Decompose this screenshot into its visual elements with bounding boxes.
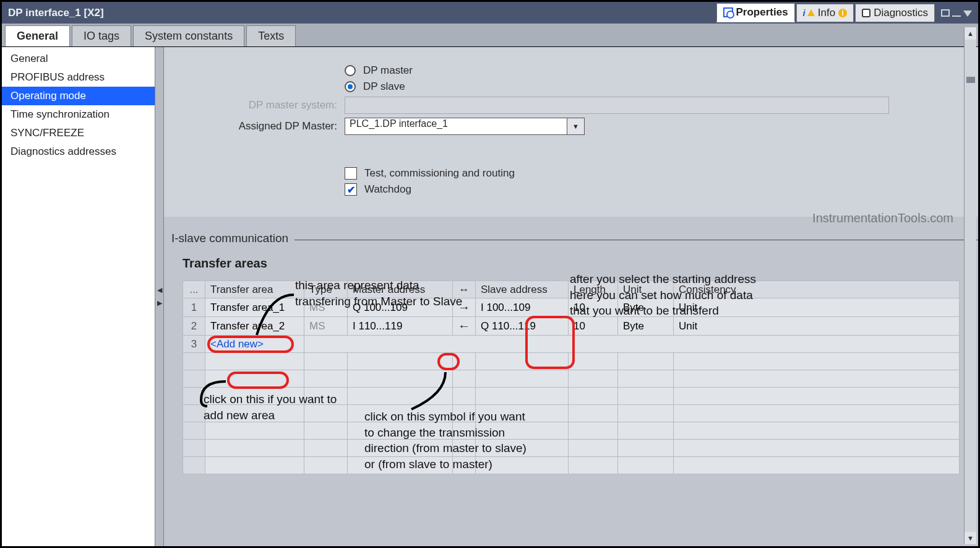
- table-col-slave-address[interactable]: Slave address: [476, 281, 569, 298]
- cell-direction-icon[interactable]: →: [453, 298, 476, 317]
- scrollbar-up-icon[interactable]: ▲: [965, 27, 976, 40]
- tab-general[interactable]: General: [5, 25, 70, 46]
- assigned-dp-master-label: Assigned DP Master:: [189, 120, 337, 133]
- table-col-length[interactable]: Length: [569, 281, 618, 298]
- sidebar-item-general[interactable]: General: [2, 50, 155, 68]
- table-col-ellipsis[interactable]: ...: [183, 281, 205, 298]
- section-islave-label: I-slave communication: [171, 232, 288, 245]
- table-col-type[interactable]: Type: [304, 281, 348, 298]
- table-row-empty: [183, 422, 960, 440]
- dp-master-system-input: [345, 97, 889, 114]
- sidebar-item-operating-mode-label: Operating mode: [11, 90, 86, 102]
- dp-master-system-label: DP master system:: [189, 99, 337, 111]
- cell-length[interactable]: 10: [569, 317, 618, 336]
- table-row[interactable]: 2 Transfer area_2 MS I 110...119 ← Q 110…: [183, 317, 960, 336]
- radio-dp-master[interactable]: [345, 65, 356, 76]
- operating-mode-panel: DP master DP slave DP master system: Ass…: [164, 47, 978, 217]
- cell-length[interactable]: 10: [569, 298, 618, 317]
- table-row-empty: [183, 388, 960, 405]
- window-title: DP interface_1 [X2]: [8, 7, 715, 19]
- tab-texts[interactable]: Texts: [246, 25, 296, 46]
- sidebar-item-diagnostics-addresses[interactable]: Diagnostics addresses: [2, 142, 155, 161]
- radio-dp-master-label: DP master: [363, 64, 413, 77]
- split-handle-right-icon: ▶: [157, 299, 162, 307]
- info-badge-icon: i: [838, 9, 847, 17]
- transfer-areas-heading: Transfer areas: [183, 256, 978, 271]
- cell-slave-address[interactable]: I 100...109: [476, 298, 569, 317]
- window-control-icons: [941, 9, 972, 17]
- cell-add-new[interactable]: <Add new>: [205, 336, 304, 353]
- cell-master-address[interactable]: I 110...119: [348, 317, 453, 336]
- vertical-scrollbar[interactable]: ▲ ▼: [964, 27, 976, 544]
- sidebar-selected-marker-icon: ▶: [0, 90, 1, 98]
- table-col-consistency[interactable]: Consistency: [674, 281, 960, 298]
- properties-tabrow: General IO tags System constants Texts: [2, 24, 978, 47]
- checkbox-watchdog[interactable]: ✔: [345, 183, 357, 196]
- tab-iotags[interactable]: IO tags: [72, 25, 131, 46]
- sidebar-item-sync-freeze[interactable]: SYNC/FREEZE: [2, 124, 155, 142]
- scrollbar-down-icon[interactable]: ▼: [965, 532, 976, 544]
- table-col-unit[interactable]: Unit: [618, 281, 674, 298]
- table-row[interactable]: 1 Transfer area_1 MS Q 100...109 → I 100…: [183, 298, 960, 317]
- watermark-text: InstrumentationTools.com: [812, 211, 953, 225]
- window-restore-icon[interactable]: [941, 9, 950, 17]
- table-row-empty: [183, 353, 960, 370]
- cell-type: MS: [304, 317, 348, 336]
- table-col-direction[interactable]: ↔: [453, 281, 476, 298]
- cell-slave-address[interactable]: Q 110...119: [476, 317, 569, 336]
- sidebar-item-operating-mode[interactable]: ▶ Operating mode: [2, 87, 155, 105]
- section-islave-communication: I-slave communication: [171, 232, 978, 245]
- window-dropdown-icon[interactable]: [963, 11, 972, 17]
- checkbox-test-routing[interactable]: [345, 167, 357, 180]
- transfer-areas-table: ... Transfer area Type Master address ↔ …: [183, 281, 960, 474]
- assigned-dp-master-select[interactable]: PLC_1.DP interface_1 ▼: [345, 118, 585, 135]
- diagnostics-icon: [862, 9, 870, 17]
- cell-consistency[interactable]: Unit: [674, 317, 960, 336]
- radio-dp-slave[interactable]: [345, 81, 356, 92]
- cell-unit[interactable]: Byte: [618, 317, 674, 336]
- table-row-number: 2: [183, 317, 205, 336]
- table-col-transfer-area[interactable]: Transfer area: [205, 281, 304, 298]
- table-col-master-address[interactable]: Master address: [348, 281, 453, 298]
- inspector-tab-properties-label: Properties: [736, 6, 788, 19]
- assigned-dp-master-value: PLC_1.DP interface_1: [345, 118, 567, 135]
- cell-master-address[interactable]: Q 100...109: [348, 298, 453, 317]
- properties-icon: [723, 7, 733, 17]
- section-divider-line: [294, 240, 978, 240]
- info-icon: i: [803, 7, 815, 18]
- content-pane: DP master DP slave DP master system: Ass…: [164, 47, 978, 546]
- cell-transfer-area-name[interactable]: Transfer area_1: [205, 298, 304, 317]
- radio-dp-slave-label: DP slave: [363, 80, 405, 93]
- scrollbar-thumb[interactable]: [966, 77, 975, 83]
- table-row-addnew[interactable]: 3 <Add new>: [183, 336, 960, 353]
- cell-consistency[interactable]: Unit: [674, 298, 960, 317]
- split-handle-left-icon: ◀: [157, 286, 162, 294]
- sidebar-nav: General PROFIBUS address ▶ Operating mod…: [2, 47, 155, 546]
- split-handle[interactable]: ◀ ▶: [155, 47, 164, 546]
- table-row-empty: [183, 405, 960, 422]
- window-minimize-icon[interactable]: [952, 9, 961, 17]
- window-titlebar: DP interface_1 [X2] Properties i Info i …: [2, 2, 978, 24]
- table-row-empty: [183, 457, 960, 474]
- dropdown-arrow-icon[interactable]: ▼: [567, 118, 585, 135]
- table-row-number: 1: [183, 298, 205, 317]
- cell-unit[interactable]: Byte: [618, 298, 674, 317]
- cell-transfer-area-name[interactable]: Transfer area_2: [205, 317, 304, 336]
- checkbox-test-routing-label: Test, commissioning and routing: [364, 167, 515, 180]
- tab-system-constants[interactable]: System constants: [133, 25, 244, 46]
- inspector-tab-info[interactable]: i Info i: [796, 4, 854, 22]
- sidebar-item-time-sync[interactable]: Time synchronization: [2, 105, 155, 124]
- table-row-empty: [183, 370, 960, 388]
- table-row-number: 3: [183, 336, 205, 353]
- cell-direction-icon[interactable]: ←: [453, 317, 476, 336]
- checkbox-watchdog-label: Watchdog: [364, 183, 411, 196]
- sidebar-item-profibus-address[interactable]: PROFIBUS address: [2, 68, 155, 87]
- table-row-empty: [183, 440, 960, 457]
- inspector-tab-properties[interactable]: Properties: [716, 3, 795, 22]
- inspector-tab-diagnostics-label: Diagnostics: [874, 7, 928, 19]
- inspector-tab-info-label: Info: [818, 7, 835, 19]
- cell-type: MS: [304, 298, 348, 317]
- inspector-tab-diagnostics[interactable]: Diagnostics: [855, 4, 935, 22]
